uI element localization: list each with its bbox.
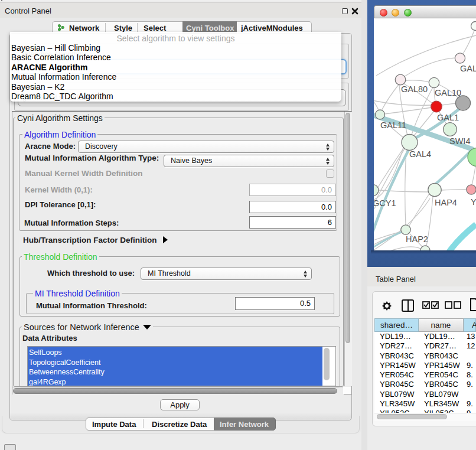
svg-text:GAL4: GAL4 bbox=[409, 149, 431, 159]
svg-text:HAP4: HAP4 bbox=[435, 198, 457, 207]
svg-text:GAL10: GAL10 bbox=[435, 88, 461, 97]
svg-text:GCY1: GCY1 bbox=[374, 198, 396, 208]
svg-text:GAL2: GAL2 bbox=[460, 64, 476, 73]
svg-text:GAL11: GAL11 bbox=[380, 120, 406, 130]
svg-text:YM: YM bbox=[471, 197, 476, 207]
svg-text:HAP2: HAP2 bbox=[406, 234, 428, 244]
svg-text:SWI4: SWI4 bbox=[449, 136, 470, 146]
svg-text:GAL1: GAL1 bbox=[437, 113, 459, 122]
svg-text:GAL80: GAL80 bbox=[401, 84, 428, 94]
